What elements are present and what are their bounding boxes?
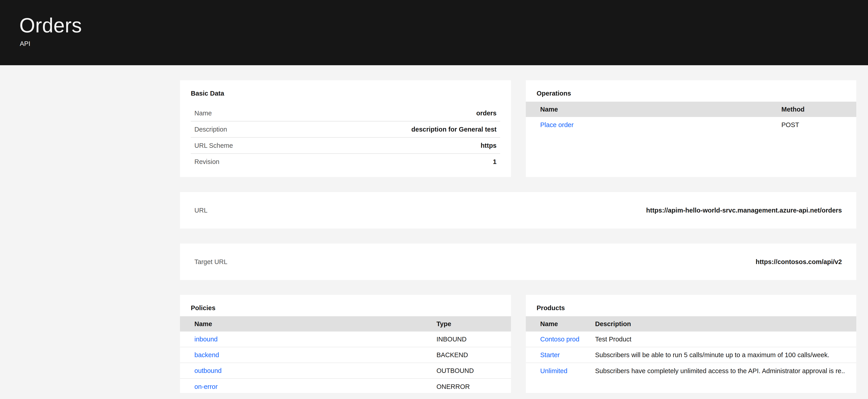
products-title: Products (526, 295, 856, 316)
page-title: Orders (19, 14, 82, 37)
basic-data-row-revision: Revision 1 (191, 154, 500, 170)
field-value-revision: 1 (493, 158, 497, 166)
url-value: https://apim-hello-world-srvc.management… (646, 207, 842, 214)
basic-data-row-name: Name orders (191, 105, 500, 122)
policy-link-on-error[interactable]: on-error (194, 383, 218, 390)
operation-link[interactable]: Place order (540, 121, 574, 128)
product-link-contoso-prod[interactable]: Contoso prod (540, 336, 579, 343)
target-url-row: Target URL https://contosos.com/api/v2 (180, 243, 856, 280)
product-row-unlimited: Unlimited Subscribers have completely un… (526, 363, 856, 379)
basic-data-title: Basic Data (180, 80, 511, 97)
product-link-starter[interactable]: Starter (540, 351, 560, 359)
operations-card: Operations Name Method Place order POST (526, 80, 856, 177)
target-url-label: Target URL (194, 258, 227, 266)
policies-card: Policies Name Type inbound INBOUND backe… (180, 295, 511, 393)
policy-type-backend: BACKEND (436, 351, 500, 359)
products-col-name: Name (540, 320, 595, 328)
field-label-description: Description (194, 126, 227, 133)
product-description-starter: Subscribers will be able to run 5 calls/… (595, 351, 845, 359)
operations-title: Operations (526, 80, 856, 102)
url-label: URL (194, 207, 208, 214)
policy-type-inbound: INBOUND (436, 336, 500, 343)
field-label-url-scheme: URL Scheme (194, 142, 233, 149)
operations-row: Place order POST (526, 117, 856, 133)
product-link-unlimited[interactable]: Unlimited (540, 367, 567, 374)
policy-link-inbound[interactable]: inbound (194, 336, 218, 343)
product-row-starter: Starter Subscribers will be able to run … (526, 347, 856, 363)
basic-data-row-description: Description description for General test (191, 122, 500, 138)
policy-type-on-error: ONERROR (436, 383, 500, 391)
product-description-contoso-prod: Test Product (595, 336, 845, 343)
operation-method: POST (781, 121, 845, 129)
url-row: URL https://apim-hello-world-srvc.manage… (180, 192, 856, 229)
policies-col-name: Name (194, 320, 436, 328)
basic-data-list: Name orders Description description for … (191, 105, 500, 170)
target-url-value: https://contosos.com/api/v2 (756, 258, 842, 266)
field-label-name: Name (194, 109, 212, 117)
policy-row-backend: backend BACKEND (180, 347, 511, 363)
policy-row-outbound: outbound OUTBOUND (180, 363, 511, 379)
policies-col-type: Type (436, 320, 500, 328)
policies-title: Policies (180, 295, 511, 316)
product-description-unlimited: Subscribers have completely unlimited ac… (595, 367, 845, 375)
operations-table-header: Name Method (526, 102, 856, 117)
target-url-card: Target URL https://contosos.com/api/v2 (180, 243, 856, 280)
operations-col-name: Name (540, 106, 781, 113)
basic-data-card: Basic Data Name orders Description descr… (180, 80, 511, 177)
policy-link-outbound[interactable]: outbound (194, 367, 222, 374)
operations-col-method: Method (781, 106, 845, 113)
product-row-contoso-prod: Contoso prod Test Product (526, 332, 856, 347)
field-label-revision: Revision (194, 158, 219, 166)
policy-row-on-error: on-error ONERROR (180, 379, 511, 395)
page-subtitle: API (20, 40, 30, 47)
field-value-url-scheme: https (480, 142, 497, 149)
policies-table-header: Name Type (180, 316, 511, 332)
policy-type-outbound: OUTBOUND (436, 367, 500, 374)
url-card: URL https://apim-hello-world-srvc.manage… (180, 192, 856, 229)
policy-row-inbound: inbound INBOUND (180, 332, 511, 347)
products-card: Products Name Description Contoso prod T… (526, 295, 856, 393)
products-col-description: Description (595, 320, 845, 328)
field-value-description: description for General test (411, 126, 497, 133)
field-value-name: orders (476, 109, 497, 117)
products-table-header: Name Description (526, 316, 856, 332)
page-header: Orders API (0, 0, 868, 65)
policy-link-backend[interactable]: backend (194, 351, 219, 359)
basic-data-row-url-scheme: URL Scheme https (191, 138, 500, 154)
